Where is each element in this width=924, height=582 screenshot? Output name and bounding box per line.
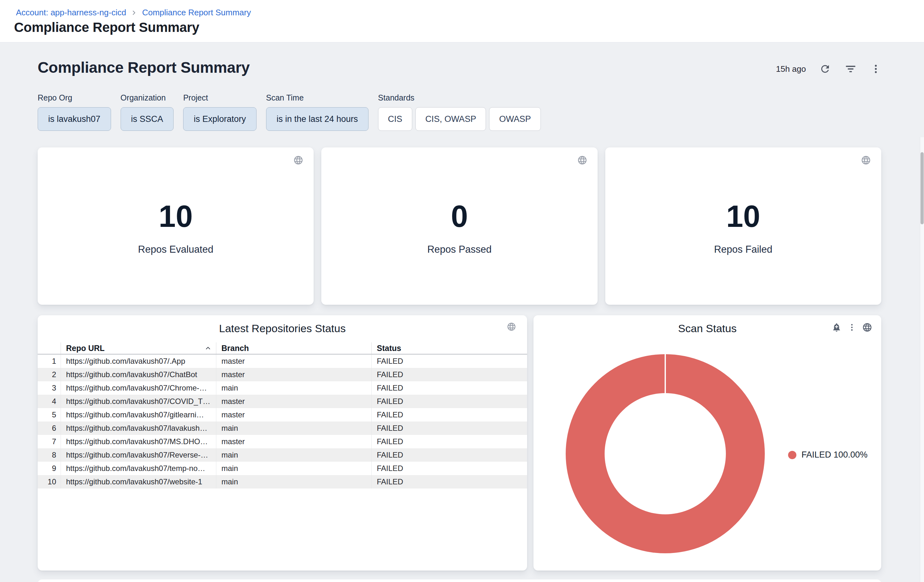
- breadcrumb-account-link[interactable]: Account: app-harness-ng-cicd: [16, 8, 126, 18]
- repo-url-cell: https://github.com/lavakush07/ChatBot: [61, 368, 216, 381]
- branch-cell: main: [216, 462, 371, 475]
- standard-option-cis[interactable]: CIS: [378, 107, 412, 131]
- standards-options: CIS CIS, OWASP OWASP: [378, 107, 541, 131]
- filter-label: Organization: [120, 93, 174, 102]
- table-row[interactable]: 5https://github.com/lavakush07/gitlearni…: [38, 408, 527, 422]
- filter-chip-repo-org[interactable]: is lavakush07: [38, 107, 111, 131]
- table-header-row: Repo URL Branch Status: [38, 342, 527, 354]
- dashboard-title: Compliance Report Summary: [38, 59, 250, 76]
- filter-button[interactable]: [844, 63, 857, 75]
- status-cell: FAILED: [371, 381, 527, 395]
- breadcrumb-current-link[interactable]: Compliance Report Summary: [142, 8, 251, 18]
- table-row[interactable]: 2https://github.com/lavakush07/ChatBotma…: [38, 368, 527, 381]
- filter-chip-scan-time[interactable]: is in the last 24 hours: [266, 107, 368, 131]
- filter-label: Repo Org: [38, 93, 111, 102]
- repo-url-cell: https://github.com/lavakush07/COVID_T…: [61, 395, 216, 408]
- standard-option-owasp[interactable]: OWASP: [489, 107, 541, 131]
- filter-group-organization: Organization is SSCA: [120, 93, 174, 131]
- table-row[interactable]: 8https://github.com/lavakush07/Reverse-……: [38, 448, 527, 462]
- repo-url-cell: https://github.com/lavakush07/.App: [61, 354, 216, 368]
- scrollbar-track[interactable]: [920, 137, 924, 582]
- filter-chip-project[interactable]: is Exploratory: [183, 107, 257, 131]
- column-header-branch[interactable]: Branch: [216, 342, 371, 354]
- filter-label: Scan Time: [266, 93, 368, 102]
- table-row[interactable]: 4https://github.com/lavakush07/COVID_T…m…: [38, 395, 527, 408]
- globe-icon[interactable]: [293, 155, 304, 165]
- column-header-label: Repo URL: [66, 344, 105, 353]
- status-cell: FAILED: [371, 422, 527, 435]
- stat-card-repos-failed: 10 Repos Failed: [605, 147, 881, 305]
- refresh-button[interactable]: [819, 63, 831, 75]
- legend-item-failed[interactable]: FAILED 100.00%: [788, 450, 868, 460]
- branch-cell: main: [216, 381, 371, 395]
- latest-repositories-card: Latest Repositories Status Repo URL Bran…: [38, 315, 527, 570]
- scan-status-title: Scan Status: [533, 322, 881, 335]
- tile-more-button[interactable]: [847, 323, 856, 332]
- table-row[interactable]: 10https://github.com/lavakush07/website-…: [38, 475, 527, 488]
- dashboard-controls: 15h ago: [776, 61, 881, 77]
- repo-url-cell: https://github.com/lavakush07/website-1: [61, 475, 216, 488]
- kebab-icon: [847, 323, 856, 332]
- column-header-status[interactable]: Status: [371, 342, 527, 354]
- row-index-cell: 4: [38, 395, 61, 408]
- table-row[interactable]: 9https://github.com/lavakush07/temp-no…m…: [38, 462, 527, 475]
- filter-chip-organization[interactable]: is SSCA: [120, 107, 174, 131]
- kebab-icon: [870, 64, 881, 74]
- filter-icon: [844, 63, 857, 75]
- repositories-table: Repo URL Branch Status 1https://github.c…: [38, 342, 527, 488]
- standard-option-cis-owasp[interactable]: CIS, OWASP: [416, 107, 486, 131]
- repo-url-cell: https://github.com/lavakush07/Reverse-…: [61, 448, 216, 462]
- alerts-button[interactable]: [832, 322, 842, 333]
- stat-label: Repos Evaluated: [138, 244, 213, 255]
- row-index-header: [38, 342, 61, 354]
- table-title: Latest Repositories Status: [38, 322, 527, 335]
- scan-status-donut-chart: [566, 354, 765, 553]
- branch-cell: main: [216, 422, 371, 435]
- status-cell: FAILED: [371, 354, 527, 368]
- status-cell: FAILED: [371, 475, 527, 488]
- scan-status-card: Scan Status FAILED 100.00%: [533, 315, 881, 570]
- filter-group-scan-time: Scan Time is in the last 24 hours: [266, 93, 368, 131]
- stat-value: 0: [451, 201, 468, 232]
- dashboard-more-button[interactable]: [870, 64, 881, 74]
- branch-cell: main: [216, 475, 371, 488]
- bell-plus-icon: [832, 322, 842, 333]
- table-body: 1https://github.com/lavakush07/.Appmaste…: [38, 354, 527, 488]
- scan-card-controls: [832, 322, 872, 333]
- donut-hole: [605, 393, 726, 514]
- table-row[interactable]: 6https://github.com/lavakush07/lavakush……: [38, 422, 527, 435]
- table-row[interactable]: 3https://github.com/lavakush07/Chrome-…m…: [38, 381, 527, 395]
- table-row[interactable]: 7https://github.com/lavakush07/MS.DHO…ma…: [38, 435, 527, 448]
- repo-url-cell: https://github.com/lavakush07/MS.DHO…: [61, 435, 216, 448]
- column-header-repo-url[interactable]: Repo URL: [61, 342, 216, 354]
- branch-cell: master: [216, 435, 371, 448]
- stat-card-repos-evaluated: 10 Repos Evaluated: [38, 147, 314, 305]
- table-row[interactable]: 1https://github.com/lavakush07/.Appmaste…: [38, 354, 527, 368]
- status-cell: FAILED: [371, 395, 527, 408]
- filter-group-standards: Standards CIS CIS, OWASP OWASP: [378, 93, 541, 131]
- row-index-cell: 8: [38, 448, 61, 462]
- branch-cell: master: [216, 395, 371, 408]
- stat-card-repos-passed: 0 Repos Passed: [321, 147, 597, 305]
- repo-url-cell: https://github.com/lavakush07/temp-no…: [61, 462, 216, 475]
- branch-cell: master: [216, 368, 371, 381]
- globe-icon[interactable]: [577, 155, 587, 165]
- globe-icon[interactable]: [862, 322, 872, 333]
- stat-label: Repos Failed: [714, 244, 772, 255]
- status-cell: FAILED: [371, 435, 527, 448]
- status-cell: FAILED: [371, 448, 527, 462]
- row-index-cell: 7: [38, 435, 61, 448]
- column-header-label: Branch: [221, 344, 249, 353]
- filter-label: Standards: [378, 93, 541, 102]
- filter-group-repo-org: Repo Org is lavakush07: [38, 93, 111, 131]
- status-cell: FAILED: [371, 408, 527, 422]
- row-index-cell: 10: [38, 475, 61, 488]
- scrollbar-thumb[interactable]: [921, 152, 924, 224]
- globe-icon[interactable]: [861, 155, 871, 165]
- repo-url-cell: https://github.com/lavakush07/lavakush…: [61, 422, 216, 435]
- globe-icon[interactable]: [507, 322, 516, 331]
- row-index-cell: 5: [38, 408, 61, 422]
- branch-cell: master: [216, 408, 371, 422]
- status-cell: FAILED: [371, 462, 527, 475]
- next-card-partial: [38, 579, 881, 582]
